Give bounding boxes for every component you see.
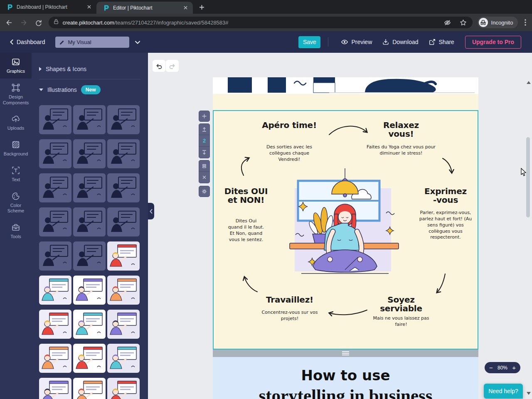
bookmark-star-icon[interactable] <box>458 17 468 27</box>
block-number-indicator: 2 <box>199 135 210 147</box>
redo-button[interactable] <box>166 60 179 72</box>
info-body-travaillez[interactable]: Concentrez-vous sur vos projets! <box>254 310 325 322</box>
illustration-9[interactable] <box>107 173 140 202</box>
sidebar-item-background[interactable]: Background <box>0 135 32 161</box>
download-button[interactable]: Download <box>382 38 418 46</box>
sidebar-item-graphics[interactable]: Graphics <box>0 53 32 79</box>
sidebar-item-text[interactable]: Text <box>0 161 32 187</box>
insert-block-above-button[interactable] <box>199 123 210 135</box>
sidebar-item-uploads[interactable]: Uploads <box>0 110 32 135</box>
next-block-title[interactable]: How to use <box>213 367 478 384</box>
forward-icon[interactable] <box>18 17 30 28</box>
illustration-10[interactable] <box>39 207 71 236</box>
illustration-3[interactable] <box>107 105 140 134</box>
info-body-exprimez[interactable]: Parler, exprimez-vous, parlez haut et fo… <box>419 210 472 241</box>
illustration-25[interactable] <box>39 378 71 399</box>
section-illustrations[interactable]: Illustrations New <box>39 85 101 94</box>
block-settings-button[interactable] <box>199 186 210 197</box>
illustration-12[interactable] <box>107 207 140 236</box>
illustration-18[interactable] <box>107 276 140 305</box>
scrollbar-thumb[interactable] <box>526 137 530 217</box>
page-block-2-selected[interactable]: Apéro time! Des sorties avec les collègu… <box>213 110 478 350</box>
meditation-illustration[interactable] <box>289 168 401 283</box>
close-icon[interactable] <box>182 5 189 11</box>
reload-icon[interactable] <box>33 17 44 28</box>
need-help-button[interactable]: Need help? <box>484 384 523 399</box>
illustration-21[interactable] <box>107 310 140 339</box>
info-body-relaxez[interactable]: Faites du Yoga chez vous pour diminuer l… <box>365 144 437 157</box>
new-badge: New <box>81 85 101 94</box>
sidebar-item-tools[interactable]: Tools <box>0 218 32 244</box>
illustration-13[interactable] <box>39 241 71 271</box>
address-bar[interactable]: create.piktochart.com/teams/27104227/inf… <box>49 17 473 28</box>
piktochart-favicon <box>7 4 13 10</box>
info-body-soyez[interactable]: Mais ne vous laissez pas faire! <box>370 315 432 328</box>
panel-collapse-handle[interactable] <box>148 203 154 219</box>
page-block-3[interactable]: How to use storytelling in business <box>213 357 478 399</box>
share-button[interactable]: Share <box>429 38 454 46</box>
scrollbar-down-arrow[interactable] <box>527 392 531 395</box>
illustration-16[interactable] <box>39 276 71 305</box>
info-title-dites[interactable]: Dites OUI et NON! <box>220 187 272 204</box>
new-tab-button[interactable] <box>196 2 207 12</box>
illustration-19[interactable] <box>39 310 71 339</box>
info-title-relaxez[interactable]: Relaxez vous! <box>367 121 435 138</box>
illustration-24[interactable] <box>107 344 140 373</box>
illustration-22[interactable] <box>39 344 71 373</box>
info-body-dites[interactable]: Dites Oui quand il le faut. Et Non, quan… <box>228 218 264 243</box>
illustration-7[interactable] <box>39 173 71 202</box>
info-title-apero[interactable]: Apéro time! <box>256 121 323 130</box>
page-block-1[interactable] <box>213 77 478 110</box>
add-block-button[interactable] <box>199 111 210 122</box>
undo-button[interactable] <box>153 60 165 72</box>
close-icon[interactable] <box>86 4 92 10</box>
delete-block-button[interactable] <box>199 172 210 183</box>
browser-menu-icon[interactable] <box>521 17 530 28</box>
tab-editor[interactable]: Editor | Piktochart <box>96 2 193 14</box>
insert-block-below-button[interactable] <box>199 147 210 158</box>
illustration-20[interactable] <box>73 310 106 339</box>
back-icon[interactable] <box>3 17 15 28</box>
illustration-15[interactable] <box>107 241 140 271</box>
upgrade-to-pro-button[interactable]: Upgrade to Pro <box>465 36 521 49</box>
illustration-17[interactable] <box>73 276 106 305</box>
scrollbar-up-arrow[interactable] <box>527 81 531 84</box>
illustration-8[interactable] <box>73 173 106 202</box>
sidebar-item-design-components[interactable]: Design Components <box>0 79 32 110</box>
info-body-apero[interactable]: Des sorties avec les collègues chaque Ve… <box>260 144 319 163</box>
illustration-1[interactable] <box>39 105 71 134</box>
eye-off-icon[interactable] <box>443 17 453 27</box>
illustration-11[interactable] <box>73 207 106 236</box>
duplicate-block-button[interactable] <box>199 160 210 172</box>
info-title-soyez[interactable]: Soyez serviable <box>369 296 433 313</box>
image-icon <box>11 57 20 66</box>
document-title-field[interactable]: My Visual <box>55 37 129 48</box>
section-shapes-icons[interactable]: Shapes & Icons <box>39 66 86 72</box>
illustration-23[interactable] <box>73 344 106 373</box>
chevron-down-icon[interactable] <box>135 38 140 46</box>
toolbox-icon <box>11 223 20 232</box>
lock-icon <box>54 19 59 26</box>
zoom-in-button[interactable]: + <box>512 365 516 371</box>
back-to-dashboard[interactable]: Dashboard <box>10 39 45 45</box>
preview-button[interactable]: Preview <box>341 38 372 46</box>
graphics-panel: Shapes & Icons Illustrations New <box>32 53 148 399</box>
block-separator[interactable] <box>213 350 478 357</box>
info-title-travaillez[interactable]: Travaillez! <box>254 296 325 304</box>
next-block-subtitle[interactable]: storytelling in business <box>213 385 478 399</box>
tab-dashboard[interactable]: Dashboard | Piktochart <box>0 0 96 14</box>
illustration-14[interactable] <box>73 241 106 271</box>
illustration-5[interactable] <box>73 139 106 168</box>
illustration-2[interactable] <box>73 105 106 134</box>
illustration-26[interactable] <box>73 378 106 399</box>
zoom-out-button[interactable]: − <box>489 365 493 371</box>
save-button[interactable]: Save <box>298 36 320 48</box>
illustration-6[interactable] <box>107 139 140 168</box>
illustration-27[interactable] <box>107 378 140 399</box>
illustration-grid <box>39 105 140 399</box>
sidebar: Graphics Design Components Uploads Backg… <box>0 53 32 399</box>
plus-icon <box>201 113 207 119</box>
sidebar-item-color-scheme[interactable]: Color Scheme <box>0 187 32 219</box>
info-title-exprimez[interactable]: Exprimez -vous <box>417 187 474 204</box>
illustration-4[interactable] <box>39 139 71 168</box>
